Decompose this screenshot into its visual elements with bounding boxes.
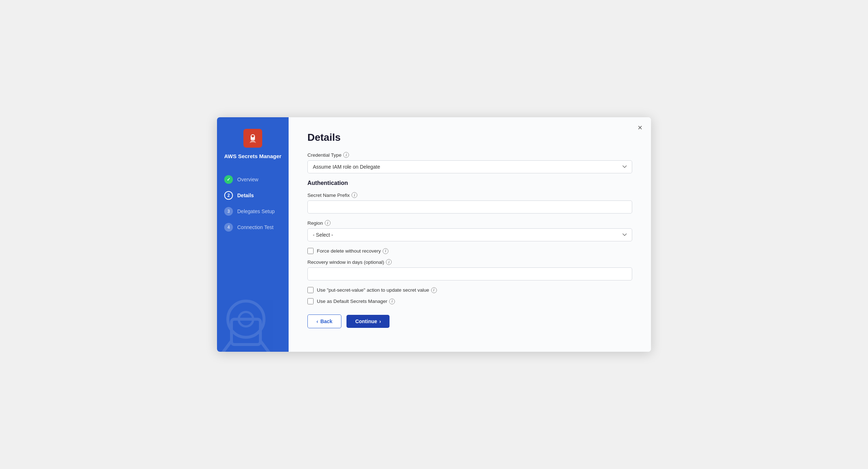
force-delete-info-icon[interactable]: i <box>383 248 388 254</box>
recovery-window-info-icon[interactable]: i <box>386 259 392 265</box>
page-title: Details <box>307 132 632 143</box>
secret-name-prefix-label: Secret Name Prefix i <box>307 192 632 198</box>
use-as-default-label: Use as Default Secrets Manager i <box>317 299 395 304</box>
sidebar-label-details: Details <box>237 193 254 198</box>
sidebar-label-connection: Connection Test <box>237 224 273 230</box>
continue-chevron-icon: › <box>379 318 381 324</box>
logo-icon <box>247 132 259 144</box>
authentication-section: Authentication Secret Name Prefix i Regi… <box>307 180 632 304</box>
secret-name-prefix-input[interactable] <box>307 200 632 214</box>
secret-name-prefix-info-icon[interactable]: i <box>352 192 357 198</box>
region-label: Region i <box>307 220 632 226</box>
credential-type-info-icon[interactable]: i <box>343 152 349 158</box>
sidebar-item-overview[interactable]: ✓ Overview <box>217 172 289 187</box>
continue-button[interactable]: Continue › <box>346 315 390 328</box>
put-secret-value-info-icon[interactable]: i <box>431 287 437 293</box>
sidebar-label-delegates: Delegates Setup <box>237 208 275 214</box>
sidebar-item-details[interactable]: 2 Details <box>217 187 289 203</box>
use-as-default-info-icon[interactable]: i <box>389 299 395 304</box>
force-delete-row: Force delete without recovery i <box>307 248 632 254</box>
sidebar-title: AWS Secrets Manager <box>218 153 287 160</box>
nav-badge-connection: 4 <box>224 223 233 232</box>
force-delete-label: Force delete without recovery i <box>317 248 388 254</box>
sidebar-item-delegates[interactable]: 3 Delegates Setup <box>217 203 289 219</box>
nav-badge-overview: ✓ <box>224 175 233 184</box>
credential-type-select[interactable]: Assume IAM role on Delegate AWS Access K… <box>307 160 632 173</box>
use-as-default-row: Use as Default Secrets Manager i <box>307 298 632 304</box>
sidebar-item-connection-test[interactable]: 4 Connection Test <box>217 219 289 235</box>
region-select[interactable]: - Select - <box>307 228 632 241</box>
force-delete-checkbox[interactable] <box>307 248 314 254</box>
use-as-default-checkbox[interactable] <box>307 298 314 304</box>
credential-type-label: Credential Type i <box>307 152 632 158</box>
region-info-icon[interactable]: i <box>325 220 331 226</box>
put-secret-value-checkbox[interactable] <box>307 287 314 293</box>
modal-container: AWS Secrets Manager ✓ Overview 2 Details… <box>217 117 651 352</box>
sidebar-nav: ✓ Overview 2 Details 3 Delegates Setup 4… <box>217 172 289 235</box>
put-secret-value-row: Use "put-secret-value" action to update … <box>307 287 632 293</box>
svg-point-2 <box>252 136 254 138</box>
back-button[interactable]: ‹ Back <box>307 314 341 328</box>
nav-badge-delegates: 3 <box>224 207 233 216</box>
main-content: × Details Credential Type i Assume IAM r… <box>289 117 651 352</box>
close-button[interactable]: × <box>638 124 642 132</box>
credential-type-group: Credential Type i Assume IAM role on Del… <box>307 152 632 173</box>
recovery-window-label: Recovery window in days (optional) i <box>307 259 632 265</box>
back-chevron-icon: ‹ <box>316 318 318 324</box>
button-row: ‹ Back Continue › <box>307 314 632 328</box>
app-logo <box>243 129 262 148</box>
authentication-heading: Authentication <box>307 180 632 186</box>
svg-rect-4 <box>231 319 260 345</box>
sidebar-label-overview: Overview <box>237 177 258 182</box>
secret-name-prefix-group: Secret Name Prefix i <box>307 192 632 214</box>
nav-badge-details: 2 <box>224 191 233 200</box>
recovery-window-group: Recovery window in days (optional) i <box>307 259 632 280</box>
sidebar: AWS Secrets Manager ✓ Overview 2 Details… <box>217 117 289 352</box>
svg-line-6 <box>260 341 271 352</box>
region-group: Region i - Select - <box>307 220 632 241</box>
sidebar-bg-decoration <box>217 290 282 352</box>
recovery-window-input[interactable] <box>307 267 632 280</box>
put-secret-value-label: Use "put-secret-value" action to update … <box>317 287 437 293</box>
svg-line-5 <box>221 341 231 352</box>
